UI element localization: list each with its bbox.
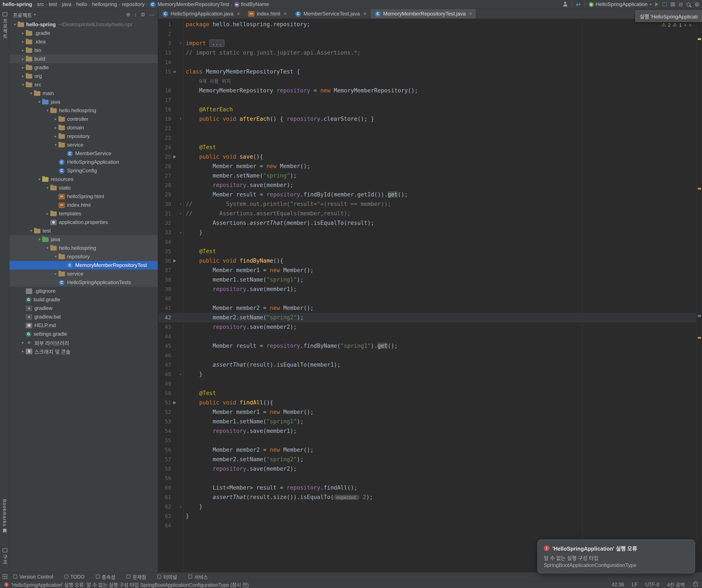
lock-icon[interactable] (693, 583, 698, 586)
fold-icon[interactable]: ▴ (178, 228, 183, 237)
tool-window-button-1[interactable]: TODO (64, 574, 85, 579)
tree-expand-icon[interactable]: ▸ (20, 340, 26, 345)
run-test-icon[interactable] (173, 155, 176, 158)
fold-icon[interactable]: ▾ (178, 200, 183, 209)
tree-collapse-icon[interactable]: ▾ (20, 83, 26, 87)
tree-expand-icon[interactable]: ▸ (20, 349, 26, 353)
tree-item[interactable]: CSpringConfig (9, 166, 158, 175)
tree-collapse-icon[interactable]: ▾ (45, 186, 50, 190)
tree-item[interactable]: ▾repository (9, 252, 158, 261)
tree-item[interactable]: ▾resources (9, 175, 158, 184)
editor-tab[interactable]: CHelloSpringApplication.java× (158, 9, 244, 18)
code-line[interactable]: 25 public void save(){ (158, 152, 696, 161)
tool-window-button-4[interactable]: 터미널 (157, 573, 177, 580)
tree-expand-icon[interactable]: ▸ (20, 48, 26, 52)
code-line[interactable]: 26 Member member = new Member(); (158, 161, 696, 171)
fold-icon[interactable]: ▾ (178, 209, 183, 218)
breadcrumb-item[interactable]: CMemoryMemberRepositoryTest (149, 1, 229, 7)
inspections-widget[interactable]: ⚠ 2 ⚠ 1 ∧ ∨ (662, 22, 692, 27)
tree-item[interactable]: ▸controller (9, 115, 158, 123)
prev-issue-icon[interactable]: ∧ (684, 23, 687, 27)
code-line[interactable]: 9개 사용 위치 (158, 77, 696, 86)
tree-expand-icon[interactable]: ▸ (20, 74, 26, 78)
breadcrumb-item[interactable]: hello (76, 1, 87, 7)
stripe-mark-2[interactable] (698, 315, 701, 317)
profile-icon[interactable] (563, 2, 568, 7)
editor-tab[interactable]: CMemberServiceTest.java× (291, 9, 371, 18)
stripe-mark-0[interactable] (698, 38, 701, 40)
code-line[interactable]: 30▾// System.out.println("result="+(resu… (158, 200, 696, 209)
close-tab-icon[interactable]: × (237, 11, 240, 17)
gear-icon[interactable]: ⚙ (694, 2, 699, 7)
tree-expand-icon[interactable]: ▸ (53, 272, 58, 276)
code-line[interactable]: 43 repository.save(member2); (158, 322, 696, 332)
code-line[interactable]: 2 (158, 29, 696, 39)
run-test-icon[interactable] (173, 401, 176, 404)
run-button[interactable] (655, 2, 659, 6)
run-class-icon[interactable]: » (173, 68, 176, 75)
code-line[interactable]: 58 repository.save(member2); (158, 464, 696, 474)
tree-item[interactable]: ▾test (9, 227, 158, 235)
code-line[interactable]: 48▴ } (158, 370, 696, 379)
code-line[interactable]: 15»class MemoryMemberRepositoryTest { (158, 67, 696, 77)
code-line[interactable]: 13// import static org.junit.jupiter.api… (158, 48, 696, 57)
tree-item[interactable]: ▸domain (9, 123, 158, 132)
next-issue-icon[interactable]: ∨ (689, 23, 692, 27)
status-message[interactable]: ! 'HelloSpringApplication' 실행 오류: 알 수 없는… (4, 581, 612, 588)
tool-window-button-2[interactable]: 종속성 (96, 573, 115, 580)
code-editor[interactable]: 1package hello.hellospring.repository;23… (158, 19, 696, 572)
code-line[interactable]: 55 (158, 436, 696, 445)
code-line[interactable]: 38 member1.setName("spring1"); (158, 275, 696, 284)
code-line[interactable]: 53 member1.setName("spring1"); (158, 417, 696, 427)
code-line[interactable]: 19▾ public void afterEach() { repository… (158, 114, 696, 124)
tree-item[interactable]: CHelloSpringApplication (9, 158, 158, 166)
tree-item[interactable]: Gbuild.gradle (9, 295, 158, 304)
code-line[interactable]: 61 assertThat(result.size()).isEqualTo(e… (158, 493, 696, 502)
breadcrumb-item[interactable]: hello-spring (3, 1, 32, 7)
code-line[interactable]: 35 @Test (158, 247, 696, 256)
tree-item[interactable]: ▸≡외부 라이브러리 (9, 338, 158, 347)
code-line[interactable]: 44 (158, 332, 696, 341)
stripe-mark-1[interactable] (698, 188, 701, 189)
tree-item[interactable]: ▸gradle (9, 63, 158, 72)
code-line[interactable]: 33▴ } (158, 228, 696, 237)
stop-button[interactable] (679, 2, 683, 6)
tree-collapse-icon[interactable]: ▾ (53, 143, 58, 147)
tree-collapse-icon[interactable]: ▾ (45, 246, 50, 250)
code-line[interactable]: 39 repository.save(member1); (158, 284, 696, 294)
tree-item[interactable]: CMemoryMemberRepositoryTest (9, 261, 158, 269)
breadcrumb-item[interactable]: hellospring (92, 1, 117, 7)
coverage-button[interactable] (671, 2, 675, 6)
tree-item[interactable]: ▸build (9, 54, 158, 63)
stripe-mark-3[interactable] (698, 337, 701, 339)
debug-button[interactable] (663, 2, 667, 6)
panel-action-icon-2[interactable]: ⚙ (141, 12, 145, 18)
panel-action-icon-1[interactable]: ↕ (134, 12, 137, 18)
code-line[interactable]: 23 (158, 133, 696, 143)
back-arrow-icon[interactable]: ↩ (576, 1, 581, 8)
tree-expand-icon[interactable]: ▸ (53, 125, 58, 130)
tree-item[interactable]: ▾java (9, 235, 158, 244)
code-line[interactable]: 64 (158, 521, 696, 531)
editor-tab[interactable]: <>index.html× (244, 9, 291, 18)
close-tab-icon[interactable]: × (363, 11, 366, 17)
code-line[interactable]: 32 Assertions.assertThat(member).isEqual… (158, 218, 696, 228)
tree-collapse-icon[interactable]: ▾ (36, 177, 42, 182)
tree-expand-icon[interactable]: ▸ (20, 65, 26, 70)
status-widget-3[interactable]: 4칸 공백 (667, 581, 685, 588)
code-line[interactable]: 28 repository.save(member); (158, 181, 696, 190)
tree-item[interactable]: ▸bin (9, 46, 158, 54)
code-line[interactable]: 3▾import ... (158, 39, 696, 48)
tree-item[interactable]: .gitignore (9, 287, 158, 295)
tree-item[interactable]: CMemberService (9, 149, 158, 158)
panel-action-icon-0[interactable]: ⊕ (126, 12, 130, 18)
tool-tab-structure[interactable]: 구조 (0, 549, 9, 565)
tree-expand-icon[interactable]: ▸ (53, 117, 58, 121)
tree-item[interactable]: ▸.idea (9, 37, 158, 46)
code-line[interactable]: 57 member2.setName("spring2"); (158, 455, 696, 464)
code-line[interactable]: 22 (158, 124, 696, 133)
tree-collapse-icon[interactable]: ▾ (36, 237, 42, 242)
tree-collapse-icon[interactable]: ▾ (53, 254, 58, 259)
tree-expand-icon[interactable]: ▸ (53, 134, 58, 138)
code-line[interactable]: 54 repository.save(member1); (158, 427, 696, 436)
